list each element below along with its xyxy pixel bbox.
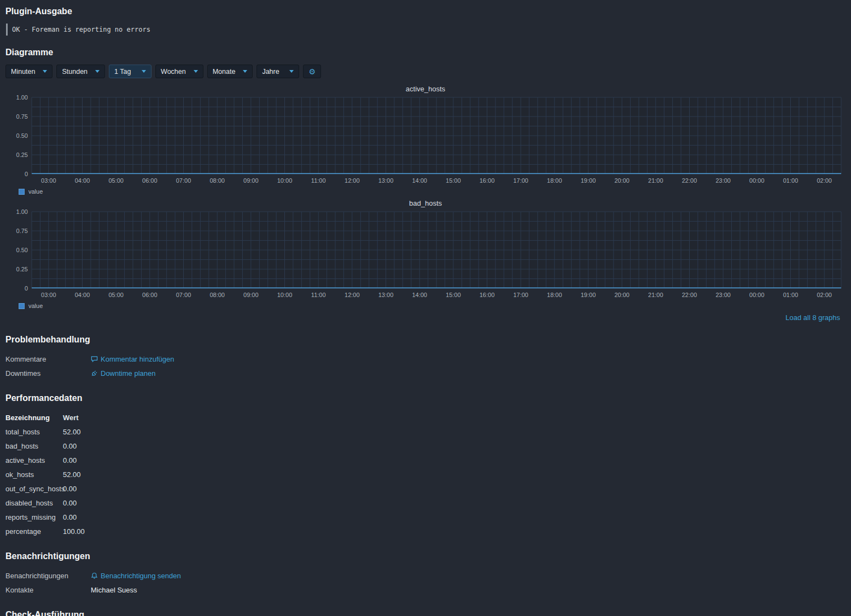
notifications-heading: Benachrichtigungen xyxy=(5,551,846,561)
svg-text:13:00: 13:00 xyxy=(378,292,394,298)
chart-title: active_hosts xyxy=(5,85,846,93)
svg-text:11:00: 11:00 xyxy=(311,177,326,184)
perf-value: 0.00 xyxy=(63,485,77,493)
add-comment-label: Kommentar hinzufügen xyxy=(101,355,174,363)
send-notification-link[interactable]: Benachrichtigung senden xyxy=(91,572,181,580)
svg-text:1.00: 1.00 xyxy=(16,208,28,215)
troubleshooting-section: Problembehandlung Kommentare Kommentar h… xyxy=(5,335,846,380)
diagrams-section: Diagramme Minuten Stunden 1 Tag Wochen M… xyxy=(5,48,846,322)
check-execution-section: Check-Ausführung Befehl check_foreman Ch… xyxy=(5,610,846,616)
range-select-months[interactable]: Monate xyxy=(207,65,253,78)
chevron-down-icon xyxy=(194,70,198,73)
comments-label: Kommentare xyxy=(5,355,91,363)
schedule-downtime-label: Downtime planen xyxy=(101,369,155,377)
downtimes-label: Downtimes xyxy=(5,369,91,377)
svg-text:14:00: 14:00 xyxy=(412,292,427,298)
svg-text:01:00: 01:00 xyxy=(783,292,798,298)
svg-text:15:00: 15:00 xyxy=(446,177,461,184)
range-select-minutes[interactable]: Minuten xyxy=(5,65,53,78)
svg-text:19:00: 19:00 xyxy=(581,292,596,298)
perf-value: 100.00 xyxy=(63,527,85,536)
svg-text:0: 0 xyxy=(25,285,28,292)
svg-text:22:00: 22:00 xyxy=(682,292,697,298)
legend-swatch xyxy=(19,189,25,195)
perf-value: 0.00 xyxy=(63,513,77,521)
svg-text:07:00: 07:00 xyxy=(176,177,191,184)
svg-text:0.25: 0.25 xyxy=(16,266,28,272)
svg-text:15:00: 15:00 xyxy=(446,292,461,298)
table-row: out_of_sync_hosts 0.00 xyxy=(5,481,846,496)
svg-text:09:00: 09:00 xyxy=(243,292,259,298)
svg-text:23:00: 23:00 xyxy=(715,177,731,184)
svg-text:17:00: 17:00 xyxy=(513,177,528,184)
troubleshooting-heading: Problembehandlung xyxy=(5,335,846,345)
svg-text:03:00: 03:00 xyxy=(41,292,56,298)
contact-name[interactable]: Michael Suess xyxy=(91,586,137,594)
range-select-day[interactable]: 1 Tag xyxy=(109,65,151,78)
table-row: ok_hosts 52.00 xyxy=(5,467,846,481)
range-label: Minuten xyxy=(11,68,35,75)
svg-text:10:00: 10:00 xyxy=(277,177,293,184)
svg-text:02:00: 02:00 xyxy=(817,292,832,298)
perf-name: disabled_hosts xyxy=(5,499,63,507)
add-comment-link[interactable]: Kommentar hinzufügen xyxy=(91,355,174,363)
svg-text:05:00: 05:00 xyxy=(108,177,124,184)
perf-value: 0.00 xyxy=(63,499,77,507)
chart-active-hosts: active_hosts 00.250.500.751.0003:0004:00… xyxy=(5,85,846,196)
plug-icon xyxy=(91,370,98,377)
svg-text:10:00: 10:00 xyxy=(277,292,293,298)
range-select-weeks[interactable]: Wochen xyxy=(155,65,203,78)
plugin-output-heading: Plugin-Ausgabe xyxy=(5,7,846,16)
graph-settings-button[interactable]: ⚙ xyxy=(303,65,321,78)
svg-text:05:00: 05:00 xyxy=(108,292,124,298)
range-label: Wochen xyxy=(161,68,186,75)
svg-text:04:00: 04:00 xyxy=(75,292,90,298)
svg-text:18:00: 18:00 xyxy=(547,177,562,184)
svg-text:04:00: 04:00 xyxy=(75,177,90,184)
chart-canvas: 00.250.500.751.0003:0004:0005:0006:0007:… xyxy=(5,94,846,186)
svg-text:14:00: 14:00 xyxy=(412,177,427,184)
range-select-hours[interactable]: Stunden xyxy=(56,65,105,78)
svg-text:0.25: 0.25 xyxy=(16,152,28,158)
load-all-graphs-link[interactable]: Load all 8 graphs xyxy=(785,313,840,322)
perf-col-value: Wert xyxy=(63,414,79,422)
chart-legend: value xyxy=(19,301,846,310)
schedule-downtime-link[interactable]: Downtime planen xyxy=(91,369,155,377)
svg-text:12:00: 12:00 xyxy=(345,177,360,184)
table-row: percentage 100.00 xyxy=(5,524,846,538)
svg-text:02:00: 02:00 xyxy=(817,177,832,184)
svg-text:03:00: 03:00 xyxy=(41,177,56,184)
range-label: Monate xyxy=(213,68,236,75)
svg-text:0.50: 0.50 xyxy=(16,132,28,139)
svg-text:21:00: 21:00 xyxy=(648,292,663,298)
svg-text:00:00: 00:00 xyxy=(749,177,765,184)
plugin-output-section: Plugin-Ausgabe OK - Foreman is reporting… xyxy=(5,7,846,36)
chart-title: bad_hosts xyxy=(5,199,846,207)
legend-label: value xyxy=(28,188,43,195)
perf-value: 52.00 xyxy=(63,470,81,479)
comment-icon xyxy=(91,356,98,363)
check-execution-heading: Check-Ausführung xyxy=(5,610,846,616)
chevron-down-icon xyxy=(43,70,47,73)
downtimes-row: Downtimes Downtime planen xyxy=(5,366,846,380)
contacts-row: Kontakte Michael Suess xyxy=(5,583,846,597)
svg-text:13:00: 13:00 xyxy=(378,177,394,184)
range-select-years[interactable]: Jahre xyxy=(257,65,299,78)
svg-text:0: 0 xyxy=(25,171,28,177)
svg-text:01:00: 01:00 xyxy=(783,177,798,184)
svg-text:06:00: 06:00 xyxy=(142,292,158,298)
perf-name: bad_hosts xyxy=(5,442,63,450)
time-range-toolbar: Minuten Stunden 1 Tag Wochen Monate Jahr… xyxy=(5,65,846,78)
svg-text:0.75: 0.75 xyxy=(16,113,28,120)
chevron-down-icon xyxy=(95,70,100,73)
send-notification-label: Benachrichtigung senden xyxy=(101,572,181,580)
perf-name: ok_hosts xyxy=(5,470,63,479)
table-row: disabled_hosts 0.00 xyxy=(5,496,846,510)
performance-section: Performancedaten Bezeichnung Wert total_… xyxy=(5,393,846,538)
chevron-down-icon xyxy=(142,70,146,73)
perf-name: percentage xyxy=(5,527,63,536)
chart-bad-hosts: bad_hosts 00.250.500.751.0003:0004:0005:… xyxy=(5,199,846,310)
range-label: 1 Tag xyxy=(114,68,131,75)
table-row: active_hosts 0.00 xyxy=(5,453,846,467)
perf-name: active_hosts xyxy=(5,456,63,464)
